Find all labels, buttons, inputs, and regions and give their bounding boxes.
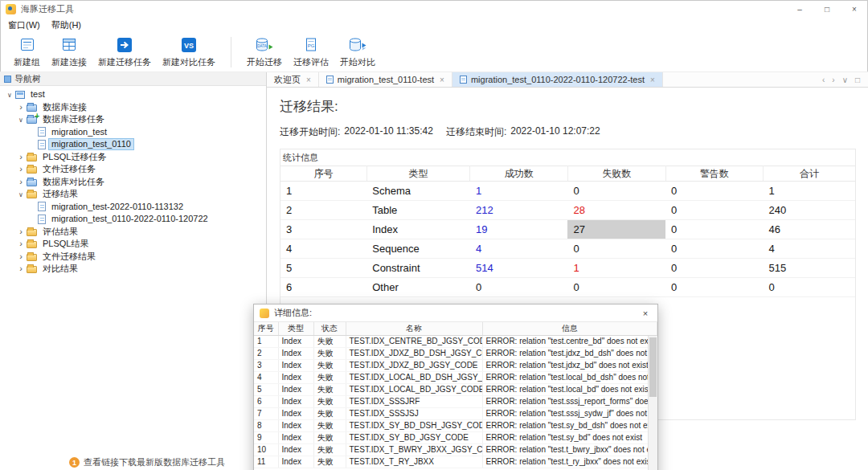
stat-cell-type[interactable]: Schema <box>366 182 470 201</box>
tree-item[interactable]: migration_test_0110-2022-0110-120722 <box>0 213 266 226</box>
stat-cell-type[interactable]: Table <box>366 201 470 220</box>
stat-cell-fail[interactable]: 1 <box>567 259 665 278</box>
stat-cell-warn[interactable]: 0 <box>665 259 764 278</box>
stat-cell-warn[interactable]: 0 <box>665 182 764 201</box>
migration-evaluate-button[interactable]: PG 迁移评估 <box>288 35 334 70</box>
details-column-header[interactable]: 序号 <box>254 322 278 335</box>
tab-close-icon[interactable]: × <box>306 76 311 84</box>
stat-cell-fail[interactable]: 0 <box>567 278 665 297</box>
stat-cell-warn[interactable]: 0 <box>665 220 764 239</box>
stat-cell-fail[interactable]: 0 <box>567 239 665 259</box>
stat-cell-type[interactable]: Constraint <box>366 259 470 278</box>
dialog-scrollbar-thumb[interactable] <box>649 337 657 397</box>
stat-cell-no[interactable]: 6 <box>280 278 366 297</box>
stat-cell-no[interactable]: 4 <box>280 239 366 259</box>
new-compare-task-button[interactable]: VS 新建对比任务 <box>157 35 221 70</box>
details-row[interactable]: 11 Index 失败 TEST.IDX_T_RY_JBXX ERROR: re… <box>254 456 657 468</box>
tab-nav-forward-icon[interactable]: › <box>832 76 834 84</box>
tab-nav-back-icon[interactable]: ‹ <box>822 76 825 84</box>
dialog-scrollbar[interactable] <box>648 336 657 470</box>
stat-cell-success[interactable]: 19 <box>470 220 568 239</box>
dialog-close-icon[interactable]: × <box>639 309 652 318</box>
statistics-column-header[interactable]: 警告数 <box>665 166 764 182</box>
statistics-column-header[interactable]: 失败数 <box>567 166 665 182</box>
stat-cell-no[interactable]: 5 <box>280 259 366 278</box>
tree-expander-icon[interactable] <box>16 252 26 261</box>
tree-item[interactable]: 文件迁移任务 <box>0 163 266 176</box>
tree-item[interactable]: 评估结果 <box>0 226 266 239</box>
dialog-titlebar[interactable]: 详细信息: × <box>254 304 657 322</box>
tab-close-icon[interactable]: × <box>650 76 655 84</box>
tree-item[interactable]: migration_test-2022-0110-113132 <box>0 201 266 214</box>
details-column-header[interactable]: 类型 <box>278 322 313 335</box>
menu-window[interactable]: 窗口(W) <box>2 19 46 31</box>
start-compare-button[interactable]: 开始对比 <box>334 35 381 70</box>
tree-expander-icon[interactable] <box>16 227 26 236</box>
new-connection-button[interactable]: 新建连接 <box>46 35 92 70</box>
tree-item[interactable]: 对比结果 <box>0 263 266 276</box>
details-row[interactable]: 8 Index 失败 TEST.IDX_SY_BD_DSH_JGSY_CODE … <box>254 419 657 431</box>
tree-item[interactable]: 迁移结果 <box>0 188 266 201</box>
details-row[interactable]: 1 Index 失败 TEST.IDX_CENTRE_BD_JGSY_CODE … <box>254 335 657 347</box>
stat-cell-success[interactable]: 4 <box>470 239 568 259</box>
stat-cell-no[interactable]: 3 <box>280 220 366 239</box>
tree-item[interactable]: PLSQL结果 <box>0 238 266 251</box>
stat-cell-success[interactable]: 212 <box>470 201 568 220</box>
stat-cell-total[interactable]: 0 <box>764 278 855 297</box>
tab-migration-test[interactable]: migration_test_0110-test × <box>319 72 452 87</box>
tree-item[interactable]: migration_test <box>0 126 266 139</box>
stat-cell-fail[interactable]: 27 <box>567 220 665 239</box>
tree-expander-icon[interactable] <box>16 178 26 186</box>
statistics-row[interactable]: 4 Sequence 4 0 0 4 <box>280 239 855 259</box>
tree-item[interactable]: 数据库迁移任务 <box>0 113 266 126</box>
tree-item[interactable]: 数据库连接 <box>0 101 266 114</box>
details-row[interactable]: 4 Index 失败 TEST.IDX_LOCAL_BD_DSH_JGSY_CO… <box>254 371 657 383</box>
new-group-button[interactable]: 新建组 <box>8 35 46 70</box>
stat-cell-type[interactable]: Sequence <box>366 239 470 259</box>
minimize-icon[interactable]: – <box>786 0 813 18</box>
tree-item[interactable]: test <box>0 88 266 101</box>
stat-cell-warn[interactable]: 0 <box>665 239 764 259</box>
details-row[interactable]: 3 Index 失败 TEST.IDX_JDXZ_BD_JGSY_CODE ER… <box>254 359 657 371</box>
stat-cell-total[interactable]: 515 <box>764 259 855 278</box>
stat-cell-no[interactable]: 1 <box>280 182 366 201</box>
statistics-column-header[interactable]: 类型 <box>366 166 470 182</box>
tree-expander-icon[interactable] <box>5 90 14 99</box>
maximize-icon[interactable]: □ <box>813 0 841 18</box>
statistics-row[interactable]: 1 Schema 1 0 0 1 <box>280 182 855 201</box>
stat-cell-success[interactable]: 514 <box>470 259 568 278</box>
tree-item[interactable]: PLSQL迁移任务 <box>0 151 266 164</box>
update-notice[interactable]: 1 查看链接下载最新版数据库迁移工具 <box>69 456 225 468</box>
details-column-header[interactable]: 名称 <box>346 322 482 335</box>
stat-cell-total[interactable]: 46 <box>764 220 855 239</box>
stat-cell-fail[interactable]: 0 <box>567 182 665 201</box>
details-row[interactable]: 9 Index 失败 TEST.IDX_SY_BD_JGSY_CODE ERRO… <box>254 431 657 443</box>
start-migration-button[interactable]: DATA 开始迁移 <box>241 35 288 70</box>
tab-migration-result[interactable]: migration_test_0110-2022-0110-120722-tes… <box>452 72 663 87</box>
tree-expander-icon[interactable] <box>16 165 26 174</box>
tree-item[interactable]: 数据库对比任务 <box>0 176 266 189</box>
tree-item[interactable]: migration_test_0110 <box>0 138 266 151</box>
stat-cell-success[interactable]: 1 <box>470 182 568 201</box>
details-column-header[interactable]: 信息 <box>482 322 657 335</box>
stat-cell-type[interactable]: Index <box>366 220 470 239</box>
details-column-header[interactable]: 状态 <box>313 322 346 335</box>
tree-expander-icon[interactable] <box>16 264 26 273</box>
tree-expander-icon[interactable] <box>16 239 26 248</box>
stat-cell-total[interactable]: 4 <box>764 239 855 259</box>
tab-welcome[interactable]: 欢迎页 × <box>267 72 319 87</box>
statistics-column-header[interactable]: 序号 <box>280 166 366 182</box>
stat-cell-total[interactable]: 1 <box>764 182 855 201</box>
stat-cell-fail[interactable]: 28 <box>567 201 665 220</box>
statistics-column-header[interactable]: 成功数 <box>470 166 568 182</box>
stat-cell-warn[interactable]: 0 <box>665 201 764 220</box>
details-row[interactable]: 2 Index 失败 TEST.IDX_JDXZ_BD_DSH_JGSY_COD… <box>254 347 657 359</box>
tree-item[interactable]: 文件迁移结果 <box>0 251 266 264</box>
details-row[interactable]: 5 Index 失败 TEST.IDX_LOCAL_BD_JGSY_CODE E… <box>254 383 657 395</box>
stat-cell-no[interactable]: 2 <box>280 201 366 220</box>
menu-help[interactable]: 帮助(H) <box>46 19 87 31</box>
statistics-row[interactable]: 5 Constraint 514 1 0 515 <box>280 259 855 278</box>
stat-cell-type[interactable]: Other <box>366 278 470 297</box>
details-row[interactable]: 10 Index 失败 TEST.IDX_T_BWRY_JBXX_JGSY_CO… <box>254 443 657 456</box>
tree-expander-icon[interactable] <box>16 190 26 198</box>
